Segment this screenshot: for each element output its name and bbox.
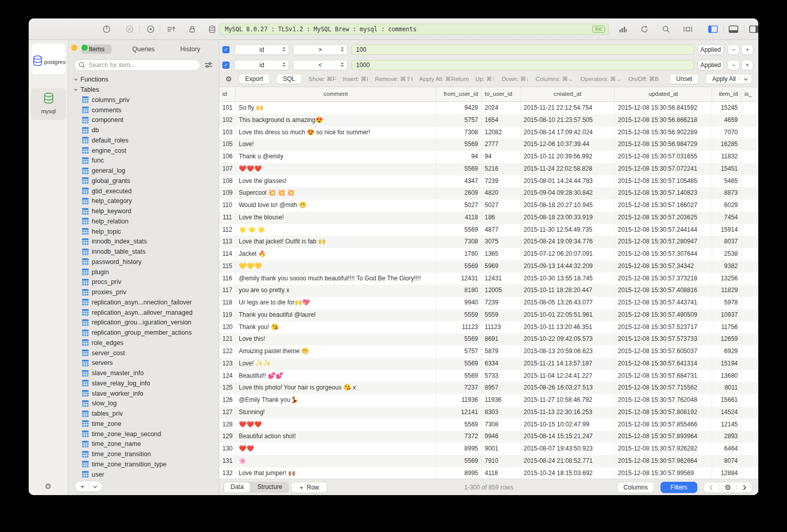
sidebar-table-item[interactable]: component [68,115,219,126]
table-row[interactable]: 128❤️❤️❤️556973082015-10-15 10:02:47.992… [219,419,758,431]
sidebar-table-item[interactable]: help_keyword [68,206,219,216]
table-settings-gear-icon[interactable]: ⚙ [724,484,731,491]
sidebar-table-item[interactable]: slave_master_info [68,368,219,378]
export-button[interactable]: Export [239,74,270,84]
filter-operator-select[interactable]: > [293,45,347,55]
table-row[interactable]: 120Thank you! 😘11123111232015-10-11 13:2… [219,321,758,334]
table-row[interactable]: 101So fly 🙌942920242015-11-21 22:12:54.7… [219,102,758,114]
toggle-bottom-panel-icon[interactable] [729,25,738,33]
connection-pin-icon[interactable] [102,25,111,33]
table-row[interactable]: 116@emily thank you soooo much beautiful… [219,273,758,285]
table-row[interactable]: 110Would love to! @mith 😬502750272015-08… [219,199,758,212]
filter-value-input[interactable]: 100 [351,45,694,55]
connection-postgres[interactable]: postgres [31,43,66,75]
sidebar-table-item[interactable]: procs_priv [68,277,219,288]
sidebar-table-item[interactable]: global_grants [68,176,219,186]
filter-settings-gear-icon[interactable]: ⚙ [225,75,232,83]
section-tables[interactable]: Tables [68,85,219,95]
filter-checkbox[interactable]: ✓ [222,46,230,53]
sidebar-table-item[interactable]: help_topic [68,227,219,237]
table-row[interactable]: 112🌟 🌟 🌟556948772015-11-30 12:54:49.7352… [219,224,758,236]
column-header-created_at[interactable]: created_at [521,87,615,101]
table-borders-icon[interactable] [683,25,693,33]
add-item-button[interactable]: + [75,481,102,492]
database-icon[interactable] [208,25,216,33]
sidebar-table-item[interactable]: slave_relay_log_info [68,378,219,388]
next-page-button[interactable] [742,485,747,490]
sidebar-table-item[interactable]: slave_worker_info [68,388,219,399]
table-row[interactable]: 125Love this photo! Your hair is gorgeou… [219,382,758,394]
section-functions[interactable]: Functions [68,74,219,85]
settings-gear-icon[interactable]: ⚙ [45,482,51,491]
sidebar-table-item[interactable]: time_zone [68,419,219,429]
sidebar-table-item[interactable]: engine_cost [68,146,219,156]
sidebar-table-item[interactable]: innodb_index_stats [68,237,219,247]
add-row-button[interactable]: + Row [291,482,327,493]
column-header-item_id[interactable]: item_id [712,87,741,101]
table-row[interactable]: 111Love the blouse!41181862015-08-18 23:… [219,212,758,224]
sidebar-table-item[interactable]: db [68,125,219,135]
filter-column-select[interactable]: id [235,45,289,55]
columns-button[interactable]: Columns [617,482,654,493]
sidebar-table-item[interactable]: general_log [68,166,219,176]
table-row[interactable]: 119Thank you beautiful @laurel5559555920… [219,309,758,321]
column-header-is_[interactable]: is_ [741,87,758,101]
table-row[interactable]: 121Love this!556986912015-10-22 09:42:05… [219,333,758,345]
table-row[interactable]: 107❤️❤️❤️556952162015-11-24 22:02:58.828… [219,163,758,175]
sidebar-table-item[interactable]: password_history [68,257,219,267]
sidebar-table-item[interactable]: servers [68,358,219,369]
sidebar-table-item[interactable]: replication_asyn...ailover_managed [68,308,219,318]
filters-button[interactable]: Filters [660,482,697,493]
target-icon[interactable] [147,25,155,33]
filter-checkbox[interactable]: ✓ [222,62,230,69]
table-row[interactable]: 114Jacket 🔥178013652015-07-12 06:20:07.0… [219,248,758,260]
sidebar-table-item[interactable]: user [68,469,219,478]
filter-tune-icon[interactable] [204,62,213,69]
sidebar-table-item[interactable]: role_edges [68,338,219,348]
sidebar-table-item[interactable]: tables_priv [68,408,219,419]
unset-button[interactable]: Unset [670,74,699,84]
queue-export-icon[interactable] [167,25,176,33]
filter-operator-select[interactable]: < [293,60,347,70]
filter-add-button[interactable]: + [741,45,753,55]
filter-value-input[interactable]: 1000 [351,60,694,70]
toggle-right-panel-icon[interactable] [749,25,758,33]
refresh-icon[interactable] [640,25,649,33]
sidebar-table-item[interactable]: time_zone_transition [68,449,219,459]
apply-all-button[interactable]: Apply All [706,74,752,84]
tab-history[interactable]: History [167,44,214,55]
sidebar-table-item[interactable]: columns_priv [68,95,219,105]
sidebar-table-item[interactable]: replication_asyn...nnection_failover [68,297,219,308]
filter-applied-button[interactable]: Applied [698,60,723,70]
filter-column-select[interactable]: id [235,60,289,70]
table-row[interactable]: 117you are so pretty x8180120052015-10-1… [219,284,758,297]
sidebar-table-item[interactable]: gtid_executed [68,186,219,196]
column-header-updated_at[interactable]: updated_at [615,87,712,101]
lock-icon[interactable] [188,25,196,33]
table-row[interactable]: 108Love the glasses!434772392015-08-01 1… [219,175,758,188]
sidebar-table-item[interactable]: proxies_priv [68,287,219,297]
sql-button[interactable]: SQL [276,74,302,84]
filter-remove-button[interactable]: − [728,60,739,70]
sidebar-table-item[interactable]: help_category [68,196,219,207]
table-row[interactable]: 106Thank u @emily94942015-10-11 20:39:56… [219,151,758,163]
table-row[interactable]: 126@Emily Thank you💃11936119362015-11-27… [219,394,758,406]
prev-page-button[interactable] [709,485,713,490]
column-header-id[interactable]: id [219,87,236,101]
toggle-left-sidebar-icon[interactable] [708,25,718,33]
sidebar-table-item[interactable]: innodb_table_stats [68,247,219,257]
table-row[interactable]: 123Love! ✨✨556963342015-11-21 14:13:57.1… [219,358,758,370]
zoom-window-button[interactable] [81,45,88,51]
table-row[interactable]: 127Stunning!1214183032015-11-13 22:30:16… [219,406,758,419]
sidebar-table-item[interactable]: time_zone_transition_type [68,459,219,469]
table-row[interactable]: 122Amazing pastel theme 😬575758792015-08… [219,345,758,358]
table-row[interactable]: 102This background is amazing😍5757165420… [219,114,758,127]
column-header-comment[interactable]: comment [236,87,436,101]
tab-queries[interactable]: Queries [120,44,167,55]
sidebar-table-item[interactable]: help_relation [68,216,219,227]
sidebar-table-item[interactable]: time_zone_name [68,439,219,449]
sidebar-table-item[interactable]: comments [68,105,219,115]
filter-add-button[interactable]: + [741,60,753,70]
sidebar-table-item[interactable]: server_cost [68,348,219,358]
table-row[interactable]: 109Supercool 💥 💥 💥260948202015-09-04 09:… [219,187,758,199]
